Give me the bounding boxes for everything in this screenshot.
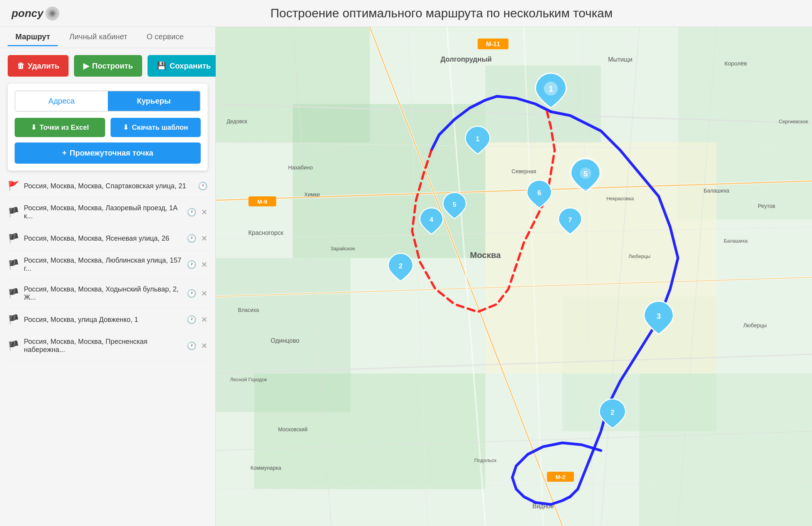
flag-icon: 🏴 (8, 259, 19, 270)
svg-text:Москва: Москва (470, 250, 501, 260)
svg-rect-5 (293, 104, 485, 258)
flag-icon: 🏴 (8, 207, 19, 218)
build-button[interactable]: ▶ Построить (74, 55, 142, 77)
svg-text:М-2: М-2 (555, 474, 565, 480)
address-text: Россия, Москва, улица Довженко, 1 (24, 316, 182, 324)
save-icon: 💾 (157, 61, 166, 70)
svg-point-2 (51, 12, 54, 15)
svg-text:Лесной Городок: Лесной Городок (230, 377, 267, 382)
close-icon[interactable]: ✕ (201, 260, 208, 269)
tab-couriers-btn[interactable]: Курьеры (108, 91, 200, 111)
add-point-label: Промежуточная точка (70, 149, 153, 157)
svg-text:Люберцы: Люберцы (629, 253, 651, 259)
address-text: Россия, Москва, Москва, Ясеневая улица, … (24, 235, 182, 243)
svg-text:5: 5 (453, 201, 456, 208)
svg-text:Нахабино: Нахабино (288, 164, 313, 171)
svg-text:Балашиха: Балашиха (724, 238, 748, 244)
play-icon: ▶ (83, 61, 89, 70)
svg-text:Долгопрудный: Долгопрудный (440, 55, 492, 63)
svg-text:7: 7 (568, 216, 572, 224)
tab-addresses-btn[interactable]: Адреса (15, 91, 108, 111)
map-svg: М-11 М-9 М-2 Долгопрудный Мытищи Королёв… (216, 27, 812, 526)
delete-label: Удалить (28, 62, 59, 70)
download-icon-1: ⬇ (31, 123, 37, 132)
svg-text:5: 5 (583, 169, 587, 178)
action-buttons: 🗑 Удалить ▶ Построить 💾 Сохранить (0, 48, 215, 84)
save-label: Сохранить (169, 62, 211, 70)
svg-text:Сергиевское: Сергиевское (779, 119, 809, 124)
svg-text:Коммунарка: Коммунарка (250, 465, 281, 471)
save-button[interactable]: 💾 Сохранить (148, 55, 220, 77)
list-item: 🏴 Россия, Москва, Москва, Люблинская ули… (4, 250, 211, 279)
sidebar: Маршрут Личный кабинет О сервисе 🗑 Удали… (0, 27, 216, 526)
svg-text:Московский: Московский (278, 426, 308, 432)
flag-icon: 🏴 (8, 288, 19, 299)
svg-text:Балашиха: Балашиха (704, 188, 730, 194)
list-item: 🚩 Россия, Москва, Москва, Спартаковская … (4, 174, 211, 198)
svg-text:М-11: М-11 (486, 41, 500, 47)
flag-icon: 🏴 (8, 314, 19, 325)
svg-text:Власиха: Власиха (238, 307, 259, 313)
logo-text: poncy (12, 7, 43, 20)
clock-icon[interactable]: 🕐 (187, 315, 196, 324)
flag-icon: 🏴 (8, 233, 19, 244)
clock-icon[interactable]: 🕐 (187, 208, 196, 217)
close-icon[interactable]: ✕ (201, 315, 208, 324)
tab-route[interactable]: Маршрут (8, 28, 58, 46)
tab-about[interactable]: О сервисе (139, 28, 191, 46)
svg-text:2: 2 (399, 262, 403, 270)
svg-text:3: 3 (656, 312, 661, 320)
logo: poncy (12, 7, 59, 20)
close-icon[interactable]: ✕ (201, 289, 208, 298)
close-icon[interactable]: ✕ (201, 341, 208, 350)
download-icon-2: ⬇ (123, 123, 129, 132)
tab-cabinet[interactable]: Личный кабинет (62, 28, 135, 46)
template-label: Скачать шаблон (132, 124, 188, 132)
list-item: 🏴 Россия, Москва, улица Довженко, 1 🕐 ✕ (4, 308, 211, 332)
svg-text:Реутов: Реутов (758, 203, 775, 209)
plus-icon: + (62, 149, 67, 157)
svg-text:М-9: М-9 (257, 198, 267, 205)
map-area[interactable]: М-11 М-9 М-2 Долгопрудный Мытищи Королёв… (216, 27, 812, 526)
excel-button[interactable]: ⬇ Точки из Excel (15, 118, 105, 137)
address-text: Россия, Москва, Москва, Лазоревый проезд… (24, 204, 182, 220)
trash-icon: 🗑 (17, 62, 25, 70)
add-point-button[interactable]: + Промежуточная точка (15, 142, 201, 164)
template-button[interactable]: ⬇ Скачать шаблон (111, 118, 201, 137)
page-title: Построение оптимального маршрута по неск… (82, 6, 800, 20)
clock-icon[interactable]: 🕐 (187, 234, 196, 243)
svg-text:Одинцово: Одинцово (271, 337, 299, 344)
logo-icon (45, 7, 59, 20)
flag-icon: 🏴 (8, 340, 19, 351)
svg-text:Мытищи: Мытищи (608, 56, 632, 63)
list-item: 🏴 Россия, Москва, Москва, Ясеневая улица… (4, 227, 211, 250)
nav-tabs: Маршрут Личный кабинет О сервисе (0, 27, 215, 48)
excel-label: Точки из Excel (40, 124, 89, 132)
svg-text:Подольск: Подольск (474, 457, 497, 463)
close-icon[interactable]: ✕ (201, 208, 208, 217)
list-item: 🏴 Россия, Москва, Москва, Пресненская на… (4, 332, 211, 360)
tab-switcher: Адреса Курьеры (15, 90, 201, 112)
svg-rect-11 (639, 374, 812, 526)
clock-icon[interactable]: 🕐 (187, 289, 196, 298)
svg-text:4: 4 (429, 216, 433, 223)
svg-text:Химки: Химки (304, 191, 320, 198)
list-item: 🏴 Россия, Москва, Москва, Ходынский буль… (4, 279, 211, 308)
clock-icon[interactable]: 🕐 (187, 341, 196, 350)
address-list: 🚩 Россия, Москва, Москва, Спартаковская … (0, 174, 215, 526)
svg-text:2: 2 (611, 409, 614, 416)
svg-text:Северная: Северная (512, 168, 536, 174)
svg-text:Красногорск: Красногорск (248, 229, 284, 236)
svg-text:1: 1 (476, 135, 480, 143)
panel: Адреса Курьеры ⬇ Точки из Excel ⬇ Скачат… (8, 84, 208, 171)
clock-icon[interactable]: 🕐 (198, 181, 208, 191)
clock-icon[interactable]: 🕐 (187, 260, 196, 269)
svg-text:1: 1 (549, 84, 553, 94)
svg-text:Зарайское: Зарайское (331, 246, 355, 251)
delete-button[interactable]: 🗑 Удалить (8, 55, 69, 77)
import-row: ⬇ Точки из Excel ⬇ Скачать шаблон (15, 118, 201, 137)
header: poncy Построение оптимального маршрута п… (0, 0, 812, 27)
close-icon[interactable]: ✕ (201, 234, 208, 243)
svg-text:6: 6 (537, 189, 541, 197)
svg-text:Королёв: Королёв (725, 60, 747, 67)
